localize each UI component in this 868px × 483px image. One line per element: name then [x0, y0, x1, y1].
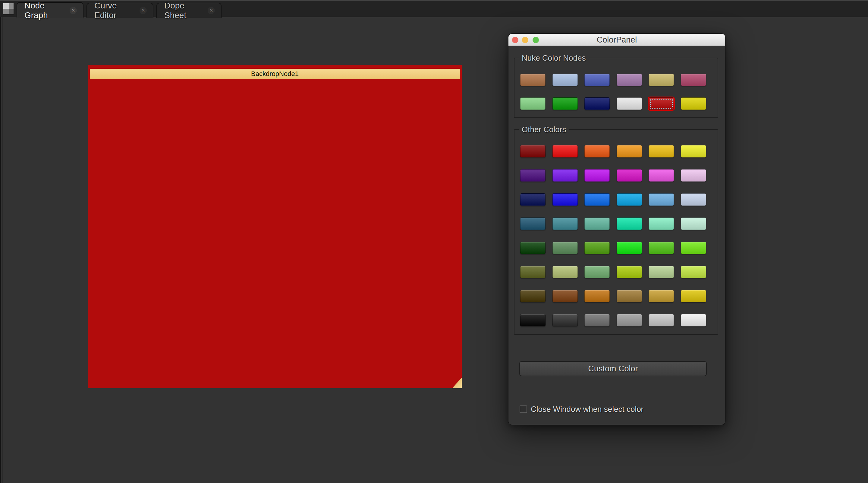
- tab-label: Node Graph: [24, 1, 64, 20]
- colorpanel-window: ColorPanel Nuke Color Nodes Other Colors…: [508, 34, 725, 425]
- color-swatch[interactable]: [649, 218, 674, 230]
- swatch-row: [520, 266, 706, 278]
- color-swatch[interactable]: [553, 97, 578, 110]
- color-swatch[interactable]: [681, 266, 706, 278]
- close-window-checkbox[interactable]: [520, 405, 527, 413]
- swatch-row: [520, 242, 706, 254]
- color-swatch[interactable]: [681, 169, 706, 181]
- color-swatch[interactable]: [617, 314, 642, 326]
- color-swatch[interactable]: [584, 74, 610, 86]
- color-swatch[interactable]: [617, 97, 642, 110]
- group-label: Other Colors: [519, 125, 569, 134]
- swatch-row: [520, 193, 706, 206]
- color-swatch[interactable]: [681, 193, 706, 206]
- color-swatch[interactable]: [584, 242, 610, 254]
- color-swatch[interactable]: [553, 218, 578, 230]
- color-swatch[interactable]: [681, 74, 706, 86]
- color-swatch[interactable]: [649, 290, 674, 302]
- color-swatch[interactable]: [681, 290, 706, 302]
- color-swatch[interactable]: [520, 290, 546, 302]
- swatch-row: [520, 145, 706, 158]
- color-swatch[interactable]: [681, 242, 706, 254]
- group-other-colors: Other Colors: [514, 129, 718, 335]
- color-swatch[interactable]: [520, 242, 546, 254]
- color-swatch[interactable]: [649, 193, 674, 206]
- color-swatch[interactable]: [553, 169, 578, 181]
- color-swatch[interactable]: [649, 242, 674, 254]
- color-swatch[interactable]: [617, 74, 642, 86]
- color-swatch[interactable]: [584, 314, 610, 326]
- color-swatch[interactable]: [584, 218, 610, 230]
- color-swatch[interactable]: [617, 169, 642, 181]
- color-swatch[interactable]: [520, 314, 546, 326]
- group-label: Nuke Color Nodes: [519, 53, 589, 62]
- color-swatch[interactable]: [584, 290, 610, 302]
- backdrop-node-header[interactable]: BackdropNode1: [90, 69, 460, 79]
- color-swatch[interactable]: [584, 266, 610, 278]
- color-swatch[interactable]: [584, 169, 610, 181]
- tab-bar: Node Graph ✕ Curve Editor ✕ Dope Sheet ✕: [0, 0, 868, 17]
- custom-color-button[interactable]: Custom Color: [519, 361, 707, 376]
- group-nuke-color-nodes: Nuke Color Nodes: [514, 58, 718, 118]
- color-swatch[interactable]: [617, 242, 642, 254]
- color-swatch[interactable]: [553, 74, 578, 86]
- color-swatch[interactable]: [649, 314, 674, 326]
- selected-swatch-marker: [650, 98, 673, 109]
- color-swatch[interactable]: [617, 193, 642, 206]
- swatch-row: [520, 314, 706, 326]
- color-swatch[interactable]: [649, 169, 674, 181]
- color-swatch[interactable]: [681, 145, 706, 158]
- color-swatch[interactable]: [553, 290, 578, 302]
- close-icon[interactable]: ✕: [208, 7, 215, 14]
- color-swatch[interactable]: [584, 193, 610, 206]
- tab-label: Dope Sheet: [164, 1, 202, 20]
- color-swatch[interactable]: [520, 266, 546, 278]
- tab-curve-editor[interactable]: Curve Editor ✕: [87, 3, 153, 18]
- pane-splitter-icon[interactable]: [3, 3, 14, 15]
- color-swatch[interactable]: [681, 218, 706, 230]
- color-swatch[interactable]: [617, 145, 642, 158]
- color-swatch[interactable]: [681, 314, 706, 326]
- color-swatch[interactable]: [520, 169, 546, 181]
- close-icon[interactable]: ✕: [140, 7, 147, 14]
- window-title: ColorPanel: [508, 34, 725, 46]
- color-swatch[interactable]: [553, 242, 578, 254]
- tab-label: Curve Editor: [94, 1, 134, 20]
- color-swatch[interactable]: [553, 314, 578, 326]
- color-swatch[interactable]: [617, 290, 642, 302]
- close-window-checkbox-label: Close Window when select color: [531, 404, 644, 414]
- color-swatch[interactable]: [553, 145, 578, 158]
- color-swatch[interactable]: [553, 266, 578, 278]
- pane-left-border: [0, 17, 1, 483]
- backdrop-node[interactable]: BackdropNode1: [88, 65, 462, 388]
- swatch-row: [520, 169, 706, 181]
- pane-left-border-inner: [2, 17, 3, 483]
- color-swatch[interactable]: [649, 145, 674, 158]
- color-swatch[interactable]: [617, 266, 642, 278]
- color-swatch[interactable]: [520, 193, 546, 206]
- swatch-row: [520, 218, 706, 230]
- color-swatch[interactable]: [520, 218, 546, 230]
- backdrop-resize-handle[interactable]: [452, 378, 462, 388]
- color-swatch[interactable]: [649, 74, 674, 86]
- color-swatch[interactable]: [520, 145, 546, 158]
- color-swatch[interactable]: [520, 74, 546, 86]
- window-titlebar[interactable]: ColorPanel: [508, 34, 725, 46]
- color-swatch[interactable]: [553, 193, 578, 206]
- color-swatch[interactable]: [584, 97, 610, 110]
- color-swatch[interactable]: [681, 97, 706, 110]
- tab-node-graph[interactable]: Node Graph ✕: [17, 2, 84, 19]
- swatch-row: [520, 97, 706, 110]
- swatch-row: [520, 74, 706, 86]
- color-swatch[interactable]: [617, 218, 642, 230]
- color-swatch[interactable]: [649, 266, 674, 278]
- close-window-option: Close Window when select color: [520, 404, 644, 414]
- close-icon[interactable]: ✕: [70, 7, 77, 14]
- color-swatch[interactable]: [584, 145, 610, 158]
- tab-dope-sheet[interactable]: Dope Sheet ✕: [156, 3, 221, 18]
- color-swatch[interactable]: [520, 97, 546, 110]
- swatch-row: [520, 290, 706, 302]
- color-swatch[interactable]: [649, 97, 674, 110]
